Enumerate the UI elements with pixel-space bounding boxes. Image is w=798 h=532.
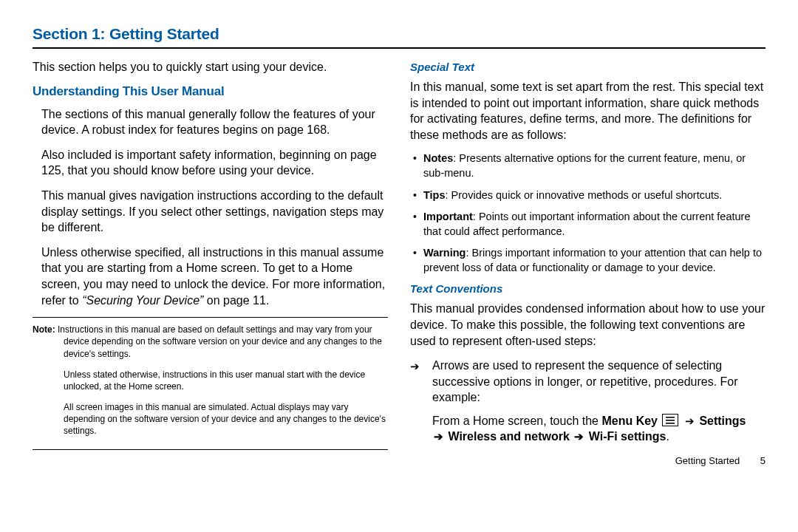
bullet-text-warning: : Brings important information to your a… (423, 247, 762, 273)
example-prefix: From a Home screen, touch the (432, 415, 601, 427)
footer-label: Getting Started (675, 455, 740, 466)
note-unlocked: Unless stated otherwise, instructions in… (64, 369, 388, 392)
list-item: Warning: Brings important information to… (410, 246, 765, 275)
note-label: Note: (33, 324, 55, 335)
conventions-list: ➔ Arrows are used to represent the seque… (410, 358, 765, 406)
label-menu-key: Menu Key (601, 415, 658, 427)
page: Section 1: Getting Started This section … (0, 0, 798, 474)
arrow-icon: ➔ (573, 430, 585, 443)
bullet-text-notes: : Presents alternative options for the c… (423, 152, 746, 179)
columns: This section helps you to quickly start … (33, 59, 765, 466)
paragraph-home-screen: Unless otherwise specified, all instruct… (41, 245, 388, 308)
paragraph-sections: The sections of this manual generally fo… (41, 106, 388, 138)
intro-paragraph: This section helps you to quickly start … (33, 59, 388, 75)
bullet-text-tips: : Provides quick or innovative methods o… (446, 189, 723, 201)
arrow-icon: ➔ (683, 415, 696, 427)
ref-securing-device: “Securing Your Device” (82, 294, 203, 307)
bullet-text-important: : Points out important information about… (423, 211, 750, 237)
bullet-label-notes: Notes (423, 152, 453, 164)
list-item: Tips: Provides quick or innovative metho… (410, 188, 765, 203)
conventions-example: From a Home screen, touch the Menu Key ➔… (432, 413, 765, 445)
list-item: Important: Points out important informat… (410, 210, 765, 239)
page-footer: Getting Started 5 (410, 455, 765, 466)
paragraph-home-screen-b: on page 11. (203, 294, 269, 307)
title-rule (33, 47, 765, 49)
arrow-item-text: Arrows are used to represent the sequenc… (432, 359, 738, 403)
right-column: Special Text In this manual, some text i… (410, 59, 765, 466)
special-text-list: Notes: Presents alternative options for … (410, 151, 765, 275)
conventions-intro: This manual provides condensed informati… (410, 301, 765, 349)
list-item: Notes: Presents alternative options for … (410, 151, 765, 180)
section-title: Section 1: Getting Started (33, 25, 765, 43)
label-wireless: Wireless and network (448, 430, 569, 443)
note-default-settings: Note: Instructions in this manual are ba… (33, 324, 388, 360)
bullet-label-warning: Warning (423, 247, 466, 259)
heading-text-conventions: Text Conventions (410, 282, 765, 295)
page-number: 5 (760, 455, 765, 466)
note-simulated-images: All screen images in this manual are sim… (64, 401, 388, 437)
note-default-settings-text: Instructions in this manual are based on… (58, 324, 382, 358)
heading-special-text: Special Text (410, 61, 765, 73)
special-text-intro: In this manual, some text is set apart f… (410, 79, 765, 143)
label-wifi-settings: Wi-Fi settings (589, 430, 666, 443)
paragraph-navigation: This manual gives navigation instruction… (41, 188, 388, 236)
bullet-label-important: Important (423, 211, 473, 222)
list-item: ➔ Arrows are used to represent the seque… (410, 358, 765, 406)
left-column: This section helps you to quickly start … (33, 59, 388, 466)
arrow-icon: ➔ (432, 430, 445, 443)
heading-understanding: Understanding This User Manual (33, 84, 388, 99)
menu-key-icon (662, 414, 678, 426)
arrow-icon: ➔ (410, 359, 420, 374)
note-box: Note: Instructions in this manual are ba… (33, 317, 388, 450)
label-settings: Settings (699, 415, 746, 427)
paragraph-safety: Also included is important safety inform… (41, 147, 388, 179)
bullet-label-tips: Tips (423, 189, 446, 201)
